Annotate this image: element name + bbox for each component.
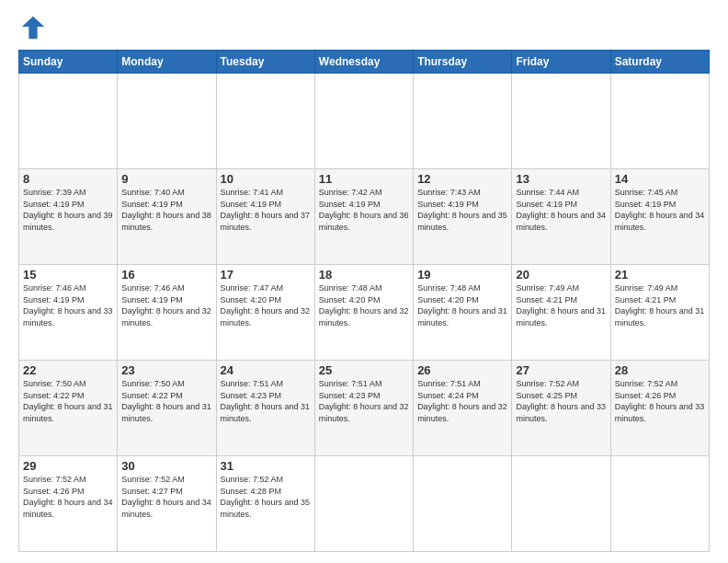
day-number: 24: [221, 363, 311, 377]
calendar-week-4: 29Sunrise: 7:52 AMSunset: 4:26 PMDayligh…: [19, 456, 710, 552]
cell-info: Sunrise: 7:52 AMSunset: 4:26 PMDaylight:…: [23, 474, 113, 520]
calendar-cell: 8Sunrise: 7:39 AMSunset: 4:19 PMDaylight…: [19, 169, 118, 265]
calendar-cell: 29Sunrise: 7:52 AMSunset: 4:26 PMDayligh…: [19, 456, 118, 552]
calendar-week-2: 15Sunrise: 7:46 AMSunset: 4:19 PMDayligh…: [19, 265, 710, 361]
day-header-tuesday: Tuesday: [216, 51, 314, 74]
cell-info: Sunrise: 7:49 AMSunset: 4:21 PMDaylight:…: [516, 282, 606, 328]
calendar-cell: 30Sunrise: 7:52 AMSunset: 4:27 PMDayligh…: [118, 456, 216, 552]
calendar-cell: [19, 74, 118, 169]
cell-info: Sunrise: 7:44 AMSunset: 4:19 PMDaylight:…: [516, 187, 606, 233]
calendar-cell: 12Sunrise: 7:43 AMSunset: 4:19 PMDayligh…: [414, 169, 512, 265]
day-number: 28: [615, 363, 705, 377]
calendar-cell: 18Sunrise: 7:48 AMSunset: 4:20 PMDayligh…: [314, 265, 413, 361]
page: SundayMondayTuesdayWednesdayThursdayFrid…: [0, 0, 728, 563]
calendar-cell: 31Sunrise: 7:52 AMSunset: 4:28 PMDayligh…: [216, 456, 314, 552]
calendar-cell: [512, 456, 610, 552]
calendar-cell: 11Sunrise: 7:42 AMSunset: 4:19 PMDayligh…: [314, 169, 413, 265]
day-number: 14: [615, 172, 705, 186]
day-number: 8: [23, 172, 113, 186]
day-header-monday: Monday: [118, 51, 216, 74]
logo: [18, 15, 46, 40]
calendar-cell: [216, 74, 314, 169]
cell-info: Sunrise: 7:50 AMSunset: 4:22 PMDaylight:…: [23, 378, 113, 424]
cell-info: Sunrise: 7:45 AMSunset: 4:19 PMDaylight:…: [615, 187, 705, 233]
day-number: 9: [121, 172, 211, 186]
calendar-cell: 20Sunrise: 7:49 AMSunset: 4:21 PMDayligh…: [512, 265, 610, 361]
day-number: 13: [516, 172, 606, 186]
day-number: 16: [121, 268, 211, 282]
day-header-wednesday: Wednesday: [314, 51, 413, 74]
day-number: 20: [516, 268, 606, 282]
calendar-cell: 15Sunrise: 7:46 AMSunset: 4:19 PMDayligh…: [19, 265, 118, 361]
svg-marker-0: [22, 17, 44, 39]
day-number: 18: [319, 268, 409, 282]
header: [18, 15, 710, 40]
cell-info: Sunrise: 7:52 AMSunset: 4:26 PMDaylight:…: [615, 378, 705, 424]
calendar-cell: [414, 74, 512, 169]
calendar-cell: 17Sunrise: 7:47 AMSunset: 4:20 PMDayligh…: [216, 265, 314, 361]
day-number: 30: [121, 459, 211, 473]
day-number: 21: [615, 268, 705, 282]
day-number: 26: [417, 363, 507, 377]
cell-info: Sunrise: 7:42 AMSunset: 4:19 PMDaylight:…: [319, 187, 409, 233]
calendar-cell: [610, 456, 709, 552]
calendar-cell: [314, 456, 413, 552]
calendar-cell: 25Sunrise: 7:51 AMSunset: 4:23 PMDayligh…: [314, 361, 413, 456]
logo-icon: [20, 15, 46, 40]
day-number: 27: [516, 363, 606, 377]
cell-info: Sunrise: 7:40 AMSunset: 4:19 PMDaylight:…: [121, 187, 211, 233]
calendar-table: SundayMondayTuesdayWednesdayThursdayFrid…: [18, 50, 710, 552]
day-number: 22: [23, 363, 113, 377]
calendar-cell: 23Sunrise: 7:50 AMSunset: 4:22 PMDayligh…: [118, 361, 216, 456]
calendar-cell: 21Sunrise: 7:49 AMSunset: 4:21 PMDayligh…: [610, 265, 709, 361]
calendar-cell: 9Sunrise: 7:40 AMSunset: 4:19 PMDaylight…: [118, 169, 216, 265]
calendar-header-row: SundayMondayTuesdayWednesdayThursdayFrid…: [19, 51, 710, 74]
calendar-week-0: [19, 74, 710, 169]
day-header-thursday: Thursday: [414, 51, 512, 74]
calendar-cell: 26Sunrise: 7:51 AMSunset: 4:24 PMDayligh…: [414, 361, 512, 456]
calendar-cell: 28Sunrise: 7:52 AMSunset: 4:26 PMDayligh…: [610, 361, 709, 456]
day-header-friday: Friday: [512, 51, 610, 74]
cell-info: Sunrise: 7:48 AMSunset: 4:20 PMDaylight:…: [319, 282, 409, 328]
day-number: 17: [221, 268, 311, 282]
cell-info: Sunrise: 7:51 AMSunset: 4:23 PMDaylight:…: [221, 378, 311, 424]
cell-info: Sunrise: 7:49 AMSunset: 4:21 PMDaylight:…: [615, 282, 705, 328]
calendar-cell: [610, 74, 709, 169]
cell-info: Sunrise: 7:51 AMSunset: 4:24 PMDaylight:…: [417, 378, 507, 424]
calendar-week-3: 22Sunrise: 7:50 AMSunset: 4:22 PMDayligh…: [19, 361, 710, 456]
cell-info: Sunrise: 7:46 AMSunset: 4:19 PMDaylight:…: [23, 282, 113, 328]
day-number: 25: [319, 363, 409, 377]
cell-info: Sunrise: 7:41 AMSunset: 4:19 PMDaylight:…: [221, 187, 311, 233]
calendar-cell: 14Sunrise: 7:45 AMSunset: 4:19 PMDayligh…: [610, 169, 709, 265]
calendar-cell: 27Sunrise: 7:52 AMSunset: 4:25 PMDayligh…: [512, 361, 610, 456]
day-number: 12: [417, 172, 507, 186]
day-number: 10: [221, 172, 311, 186]
day-header-sunday: Sunday: [19, 51, 118, 74]
cell-info: Sunrise: 7:52 AMSunset: 4:28 PMDaylight:…: [221, 474, 311, 520]
cell-info: Sunrise: 7:51 AMSunset: 4:23 PMDaylight:…: [319, 378, 409, 424]
cell-info: Sunrise: 7:43 AMSunset: 4:19 PMDaylight:…: [417, 187, 507, 233]
calendar-week-1: 8Sunrise: 7:39 AMSunset: 4:19 PMDaylight…: [19, 169, 710, 265]
day-header-saturday: Saturday: [610, 51, 709, 74]
day-number: 29: [23, 459, 113, 473]
calendar-cell: 19Sunrise: 7:48 AMSunset: 4:20 PMDayligh…: [414, 265, 512, 361]
day-number: 15: [23, 268, 113, 282]
calendar-cell: 16Sunrise: 7:46 AMSunset: 4:19 PMDayligh…: [118, 265, 216, 361]
day-number: 23: [121, 363, 211, 377]
cell-info: Sunrise: 7:50 AMSunset: 4:22 PMDaylight:…: [121, 378, 211, 424]
calendar-cell: 22Sunrise: 7:50 AMSunset: 4:22 PMDayligh…: [19, 361, 118, 456]
cell-info: Sunrise: 7:39 AMSunset: 4:19 PMDaylight:…: [23, 187, 113, 233]
cell-info: Sunrise: 7:52 AMSunset: 4:25 PMDaylight:…: [516, 378, 606, 424]
calendar-cell: [118, 74, 216, 169]
cell-info: Sunrise: 7:48 AMSunset: 4:20 PMDaylight:…: [417, 282, 507, 328]
day-number: 31: [221, 459, 311, 473]
calendar-cell: [512, 74, 610, 169]
cell-info: Sunrise: 7:47 AMSunset: 4:20 PMDaylight:…: [221, 282, 311, 328]
calendar-cell: 24Sunrise: 7:51 AMSunset: 4:23 PMDayligh…: [216, 361, 314, 456]
day-number: 19: [417, 268, 507, 282]
calendar-cell: [314, 74, 413, 169]
cell-info: Sunrise: 7:52 AMSunset: 4:27 PMDaylight:…: [121, 474, 211, 520]
cell-info: Sunrise: 7:46 AMSunset: 4:19 PMDaylight:…: [121, 282, 211, 328]
calendar-cell: 13Sunrise: 7:44 AMSunset: 4:19 PMDayligh…: [512, 169, 610, 265]
calendar-cell: 10Sunrise: 7:41 AMSunset: 4:19 PMDayligh…: [216, 169, 314, 265]
